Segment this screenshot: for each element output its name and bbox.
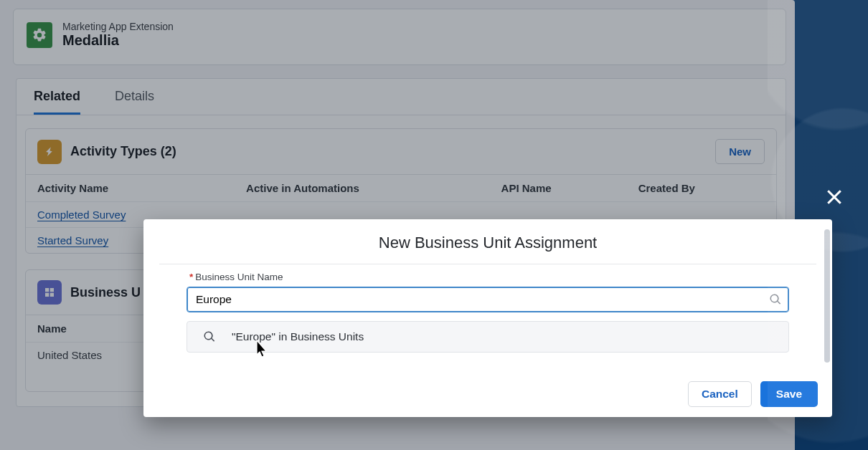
modal-title: New Business Unit Assignment — [143, 219, 832, 264]
bu-name-search — [187, 287, 789, 312]
search-icon — [203, 330, 216, 343]
save-button[interactable]: Save — [760, 381, 818, 407]
bu-name-input[interactable] — [187, 287, 789, 312]
modal-divider — [159, 264, 816, 264]
bu-search-result[interactable]: "Europe" in Business Units — [187, 322, 788, 352]
modal-new-bu-assignment: New Business Unit Assignment *Business U… — [143, 219, 832, 417]
required-mark: * — [189, 272, 193, 282]
bu-name-label-text: Business Unit Name — [195, 272, 283, 282]
bu-search-dropdown: "Europe" in Business Units — [187, 321, 789, 353]
bu-name-label: *Business Unit Name — [189, 272, 832, 282]
search-icon — [769, 293, 782, 306]
modal-footer: Cancel Save — [688, 381, 818, 407]
bu-search-result-text: "Europe" in Business Units — [232, 330, 364, 343]
cancel-button[interactable]: Cancel — [688, 381, 752, 407]
modal-scrollbar[interactable] — [824, 229, 830, 363]
close-icon[interactable] — [824, 186, 845, 208]
